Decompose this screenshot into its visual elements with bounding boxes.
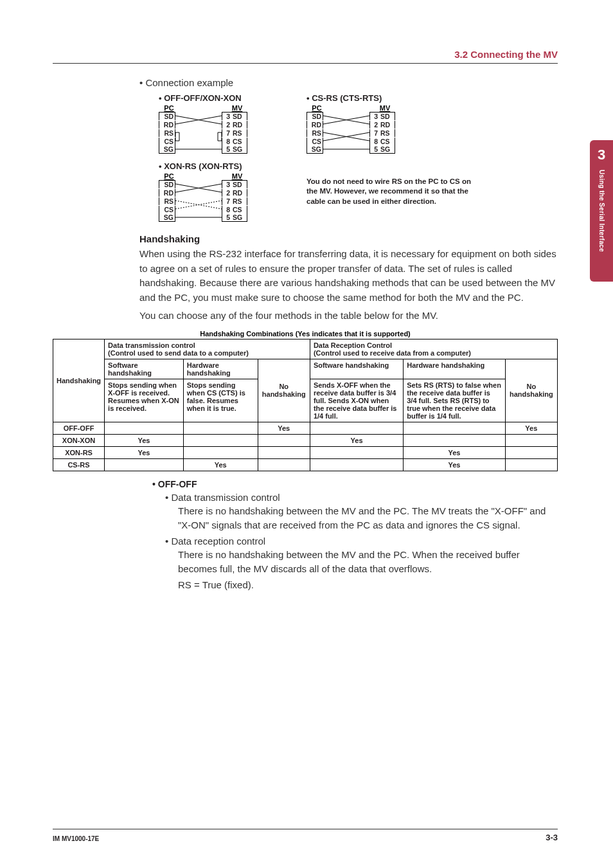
diag1-r4-mv: SG [231,145,247,154]
offoff-t3: RS = True (fixed). [178,578,558,593]
r3-rxhw: Yes [448,461,460,469]
r1-txno [258,434,310,446]
diagram-off-off: • OFF-OFF/XON-XON PC MV SD3SD RD2RD RS7R… [159,93,249,154]
diag1-r3-pc: CS [159,138,175,145]
diag1-r1-mv: RD [231,121,247,129]
r1-name: XON-XON [62,437,95,444]
diag2-r0-mv: SD [379,112,395,120]
diag2-r3-mv: CS [379,138,395,145]
diag2-r0-pc: SD [306,112,323,120]
diag1-r3-mv: CS [231,138,247,145]
diag3-r0-num: 3 [222,180,231,188]
diag3-pc-label: PC [159,172,179,180]
chapter-tab: 3 Using the Serial Interface [590,140,613,282]
diag2-r1-mv: RD [379,121,395,129]
diagram-xon-rs: • XON-RS (XON-RTS) PC MV SD3SD RD2RD RS7… [159,161,249,222]
rx-hw-h: Hardware handshaking [407,361,484,369]
rx-sw-h: Software handshaking [314,361,389,369]
diag1-r2-mv: RS [231,129,247,137]
diag1-r3-num: 8 [222,138,231,145]
r3-rxsw [310,458,403,471]
r2-rxsw [310,446,403,458]
diag3-r2-mv: RS [231,197,247,205]
offoff-t2: There is no handshaking between the MV a… [178,548,558,577]
h-tx-sub: (Control used to send data to a computer… [108,349,249,357]
offoff-b2: • Data reception control [165,536,558,547]
diag2-r0-num: 3 [369,112,379,120]
diag2-r2-pc: RS [306,129,323,137]
tx-sw-desc: Stops sending when X-OFF is received. Re… [108,381,179,412]
diag3-r1-pc: RD [159,189,175,197]
r0-rxsw [310,422,403,434]
diag2-r4-num: 5 [369,145,379,154]
handshaking-p1: When using the RS-232 interface for tran… [139,247,558,305]
diag2-r4-pc: SG [306,145,323,154]
r0-txno: Yes [278,424,290,432]
diag3-r4-num: 5 [222,213,231,222]
diag3-r4-mv: SG [231,213,247,222]
r2-txhw [183,446,258,458]
footer-page: 3-3 [546,833,558,842]
offoff-title: • OFF-OFF [152,479,558,489]
row-label: Handshaking [57,377,101,384]
r1-rxno [505,434,557,446]
diag3-r2-num: 7 [222,197,231,205]
table-caption: Handshaking Combinations (Yes indicates … [53,330,558,338]
header-rule [53,63,558,64]
r0-rxhw [404,422,505,434]
offoff-t1: There is no handshaking between the MV a… [178,504,558,533]
rx-sw-desc: Sends X-OFF when the receive data buffer… [314,381,397,420]
r1-txhw [183,434,258,446]
diag3-title: • XON-RS (XON-RTS) [159,161,249,171]
diag2-mv-label: MV [373,104,396,112]
r3-name: CS-RS [67,461,89,469]
h-tx: Data transmission control [108,341,195,349]
diag3-mv-label: MV [226,172,249,180]
diag2-pc-label: PC [306,104,327,112]
handshaking-table: Handshaking Data transmission control(Co… [53,339,558,471]
tx-hw-h: Hardware handshaking [187,361,231,377]
chapter-number: 3 [598,147,605,163]
r0-rxno: Yes [525,424,537,432]
table-row: OFF-OFF Yes Yes [53,422,558,434]
diagram-sidenote: You do not need to wire RS on the PC to … [306,177,474,207]
diag3-r3-pc: CS [159,206,175,213]
r0-name: OFF-OFF [64,424,94,432]
r3-txsw [105,458,184,471]
tx-hw-desc: Stops sending when CS (CTS) is false. Re… [187,381,245,412]
r3-rxno [505,458,557,471]
handshaking-p2: You can choose any of the four methods i… [139,309,558,323]
diag3-r3-mv: CS [231,206,247,213]
handshaking-title: Handshaking [139,233,558,244]
diagram-cs-rs: • CS-RS (CTS-RTS) PC MV SD3SD RD2RD RS7R… [306,93,396,154]
diag3-r3-num: 8 [222,206,231,213]
tx-sw-h: Software handshaking [108,361,152,377]
diag3-r2-pc: RS [159,197,175,205]
r0-txhw [183,422,258,434]
chapter-title: Using the Serial Interface [598,170,605,252]
connection-example-bullet: • Connection example [139,77,558,88]
diag1-r4-pc: SG [159,145,175,154]
h-rx-sub: (Control used to receive data from a com… [314,349,471,357]
diag1-r2-pc: RS [159,129,175,137]
r2-txsw: Yes [138,449,150,457]
table-row: XON-RS Yes Yes [53,446,558,458]
diag1-pc-label: PC [159,104,179,112]
r2-name: XON-RS [65,449,93,457]
diag3-r1-num: 2 [222,189,231,197]
diag3-r4-pc: SG [159,213,175,222]
diag2-r4-mv: SG [379,145,395,154]
diag2-r2-num: 7 [369,129,379,137]
r2-rxhw: Yes [448,449,460,457]
table-row: XON-XON Yes Yes [53,434,558,446]
diag3-r0-pc: SD [159,180,175,188]
diag1-r0-pc: SD [159,112,175,120]
h-rx: Data Reception Control [314,341,392,349]
diag1-r0-num: 3 [222,112,231,120]
diag3-r0-mv: SD [231,180,247,188]
diag1-r4-num: 5 [222,145,231,154]
footer-rule [53,829,558,829]
r3-txhw: Yes [215,461,227,469]
diag2-r2-mv: RS [379,129,395,137]
diag1-r0-mv: SD [231,112,247,120]
